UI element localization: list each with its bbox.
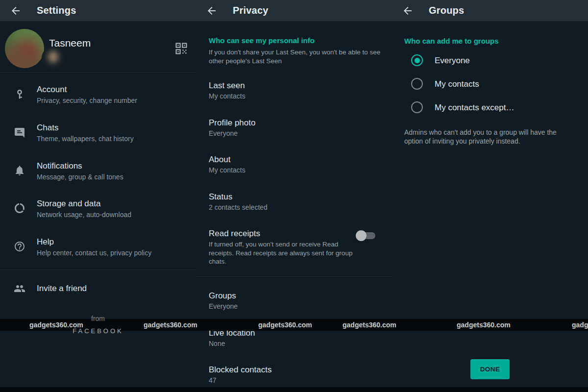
qr-code-icon[interactable] [174,42,188,55]
bell-icon [14,165,25,176]
profile-avatar[interactable] [5,29,44,68]
section-desc: If you don't share your Last Seen, you w… [209,48,391,65]
radio-everyone[interactable] [411,54,423,66]
item-label: Profile photo [209,118,255,128]
back-arrow-icon[interactable] [402,5,414,17]
item-value: Everyone [209,302,238,310]
menu-sub: Network usage, auto-download [37,211,131,219]
menu-label: Help [37,237,54,247]
read-receipts-toggle[interactable] [356,229,376,242]
bottom-black-bar [0,387,588,392]
item-value: 47 [209,376,217,384]
item-label: Last seen [209,81,245,91]
radio-label-my-contacts[interactable]: My contacts [435,79,479,89]
secondary-avatar [42,47,65,70]
section-heading-personal-info: Who can see my personal info [209,36,315,45]
menu-sub: Theme, wallpapers, chat history [37,135,134,143]
menu-sub: Help center, contact us, privacy policy [37,249,151,257]
chat-icon [14,127,25,139]
radio-my-contacts[interactable] [411,78,423,90]
facebook-brand: FACEBOOK [0,327,196,335]
item-label: Blocked contacts [209,365,272,375]
watermark-text: gadgets360.com [258,321,312,329]
help-icon [14,241,25,252]
back-arrow-icon[interactable] [206,5,218,17]
item-value: Everyone [209,129,238,137]
watermark-text: gadgets360.com [457,321,511,329]
data-usage-icon [14,202,25,214]
menu-label: Account [37,85,67,95]
profile-name[interactable]: Tasneem [49,37,91,49]
from-label: from [0,315,196,322]
item-label: Read receipts [209,229,260,239]
item-value: My contacts [209,92,245,100]
page-title-privacy: Privacy [233,5,269,16]
whatsapp-settings-collage: Settings Privacy Groups Tasneem [0,0,588,392]
divider [196,276,392,277]
section-heading-add-to-groups: Who can add me to groups [404,37,499,45]
people-icon [14,283,25,294]
watermark-text: gadgets360.com [343,321,396,329]
page-title-groups: Groups [429,5,464,16]
watermark-text: gadgets360.com [572,321,588,329]
divider [0,270,196,270]
back-arrow-icon[interactable] [10,5,22,17]
groups-note: Admins who can't add you to a group will… [404,128,564,146]
item-value: My contacts [209,166,245,174]
item-value: 2 contacts selected [209,203,268,211]
item-label: Groups [209,291,236,301]
item-value: None [209,340,225,347]
done-button[interactable]: DONE [470,359,510,379]
item-label: Status [209,192,232,202]
app-header: Settings Privacy Groups [0,0,588,22]
menu-label: Notifications [37,161,82,171]
item-desc: If turned off, you won't send or receive… [209,240,356,266]
radio-my-contacts-except[interactable] [411,101,423,113]
menu-label: Invite a friend [37,284,87,294]
radio-label-my-contacts-except[interactable]: My contacts except… [435,103,514,113]
divider [0,72,196,73]
page-title-settings: Settings [37,5,76,16]
menu-label: Chats [37,123,58,133]
menu-label: Storage and data [37,199,100,209]
key-icon [14,89,25,100]
item-label: About [209,155,230,165]
menu-sub: Privacy, security, change number [37,97,137,104]
menu-sub: Message, group & call tones [37,173,123,181]
radio-label-everyone[interactable]: Everyone [435,56,470,66]
